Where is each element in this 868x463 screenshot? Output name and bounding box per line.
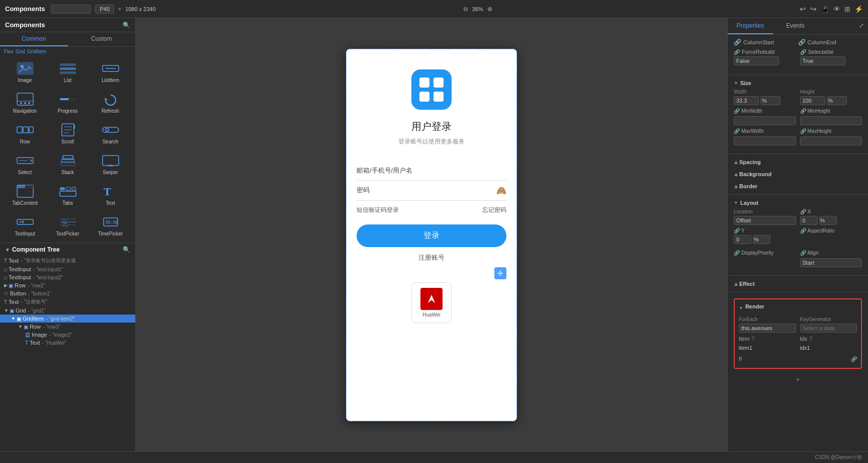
tree-item-griditem2[interactable]: ▼ ▣ GridItem - "grid-item2" (0, 315, 135, 323)
tree-item-button1[interactable]: ⬭ Button - "button1" (0, 289, 135, 297)
selectable-link-icon[interactable]: 🔗 (800, 49, 806, 55)
y-unit-select[interactable]: % px (753, 235, 770, 244)
x-input[interactable] (800, 216, 818, 225)
component-list[interactable]: List (47, 57, 89, 87)
component-stack[interactable]: Stack (47, 149, 89, 179)
sms-login-link[interactable]: 短信验证码登录 (357, 206, 399, 214)
tree-search-icon[interactable]: 🔍 (123, 246, 130, 253)
align-select[interactable]: Start Center End (800, 258, 862, 267)
keygen-input[interactable] (800, 324, 857, 333)
tree-item-text-reg[interactable]: T Text - "注册账号" (0, 297, 135, 306)
maxwidth-link[interactable]: 🔗 (734, 128, 740, 134)
width-unit-select[interactable]: % px (760, 96, 780, 105)
component-textinput[interactable]: TextInput (4, 211, 46, 241)
border-section-header[interactable]: ▶ Border (728, 180, 868, 192)
tab-properties[interactable]: Properties (728, 18, 773, 34)
location-select[interactable]: Offset (734, 216, 796, 225)
device-icon[interactable]: 📱 (821, 5, 829, 13)
tree-item-image2[interactable]: 🖼 Image - "image2" (0, 331, 135, 339)
type-grid[interactable]: Grid (16, 49, 25, 54)
components-search-icon[interactable]: 🔍 (123, 22, 130, 29)
component-swiper[interactable]: Swiper (90, 149, 131, 179)
component-tabcontent[interactable]: TabContent (4, 180, 46, 210)
aspectratio-link[interactable]: 🔗 (800, 228, 806, 234)
tree-item-textinput2[interactable]: □ TextInput - "text-input2" (0, 273, 135, 281)
foreach-input[interactable] (739, 324, 796, 333)
tree-item-grid1[interactable]: ▼ ▣ Grid - "grid1" (0, 306, 135, 315)
component-search[interactable]: Search (90, 119, 131, 148)
component-row[interactable]: Row (4, 119, 46, 148)
item-question-icon[interactable]: ? (751, 336, 754, 342)
register-text[interactable]: 注册账号 (418, 253, 445, 262)
component-progress[interactable]: Progress (47, 88, 89, 118)
password-input-row[interactable]: 密码 🙈 (357, 181, 506, 201)
display-priority-link[interactable]: 🔗 (734, 250, 740, 256)
y-cell: 🔗 Y % px (734, 228, 796, 244)
type-flex[interactable]: Flex (4, 49, 14, 54)
column-end-link-icon[interactable]: 🔗 (798, 39, 806, 46)
component-textpicker[interactable]: MonTueWed TextPicker (47, 211, 89, 241)
maxwidth-select[interactable] (734, 136, 796, 145)
redo-icon[interactable]: ↪ (810, 5, 817, 14)
expand-icon[interactable]: ⊞ (844, 5, 850, 13)
selectable-select[interactable]: True False (800, 56, 845, 65)
minheight-link[interactable]: 🔗 (800, 108, 806, 114)
spacing-section-header[interactable]: ▶ Spacing (728, 156, 868, 168)
column-start-link-icon[interactable]: 🔗 (734, 39, 741, 46)
maxheight-select[interactable] (800, 136, 862, 145)
height-unit-select[interactable]: % px (827, 96, 847, 105)
force-rebuild-link-icon[interactable]: 🔗 (734, 49, 740, 55)
component-text[interactable]: T Text (90, 180, 131, 210)
eye-icon[interactable]: 👁 (833, 5, 840, 13)
huawei-card[interactable]: HuaWei (411, 282, 452, 323)
component-image[interactable]: Image (4, 57, 46, 87)
share-icon[interactable]: ⚡ (854, 5, 863, 13)
component-navigation[interactable]: Navigation (4, 88, 46, 118)
minwidth-link[interactable]: 🔗 (734, 108, 740, 114)
effect-section-header[interactable]: ▶ Effect (728, 278, 868, 290)
width-input[interactable] (734, 96, 759, 105)
x-unit-select[interactable]: % px (819, 216, 837, 225)
forgot-password-link[interactable]: 忘记密码 (482, 206, 506, 214)
force-rebuild-select[interactable]: False True (734, 56, 779, 65)
tree-item-text1[interactable]: T Text - "登录账号以使用更多服 (0, 256, 135, 265)
size-section-header[interactable]: ▼ Size (728, 77, 868, 89)
toolbar-device[interactable]: P40 (95, 5, 114, 14)
component-refresh[interactable]: Refresh (90, 88, 131, 118)
login-button[interactable]: 登录 (357, 224, 506, 247)
tree-item-textinput1[interactable]: □ TextInput - "text-input1" (0, 265, 135, 273)
component-scroll[interactable]: Scroll (47, 119, 89, 148)
tree-item-text-huawei[interactable]: T Text - "HuaWei" (0, 339, 135, 347)
tab-common[interactable]: Common (0, 32, 68, 46)
zoom-in-icon[interactable]: ⊕ (487, 6, 492, 13)
tree-item-row2[interactable]: ▶ ▣ Row - "row2" (0, 281, 135, 289)
type-griditem[interactable]: GridItem (27, 49, 46, 54)
expand-right-icon[interactable]: ⤢ (855, 18, 868, 34)
layout-section-header[interactable]: ▼ Layout (728, 197, 868, 209)
username-input-group[interactable]: 邮箱/手机号/用户名 (357, 161, 506, 181)
tab-custom[interactable]: Custom (68, 32, 136, 46)
toolbar-search[interactable] (51, 5, 91, 14)
component-tabs[interactable]: Tabs (47, 180, 89, 210)
minwidth-select[interactable] (734, 116, 796, 125)
add-float-button[interactable]: ✛ (494, 267, 506, 279)
height-input[interactable] (800, 96, 825, 105)
background-section-header[interactable]: ▶ Background (728, 168, 868, 180)
background-arrow: ▶ (733, 173, 738, 176)
idx-question-icon[interactable]: ? (809, 336, 812, 342)
zoom-out-icon[interactable]: ⊖ (463, 6, 468, 13)
component-listitem[interactable]: ListItem (90, 57, 131, 87)
minheight-select[interactable] (800, 116, 862, 125)
component-select[interactable]: Select (4, 149, 46, 179)
eye-toggle-icon[interactable]: 🙈 (496, 186, 506, 195)
maxheight-link[interactable]: 🔗 (800, 128, 806, 134)
tree-item-row3[interactable]: ▼ ▣ Row - "row3" (0, 323, 135, 331)
undo-icon[interactable]: ↩ (800, 5, 806, 14)
tab-events[interactable]: Events (773, 18, 818, 34)
if-link-icon[interactable]: 🔗 (851, 356, 857, 362)
y-link[interactable]: 🔗 (734, 228, 740, 234)
y-input[interactable] (734, 235, 751, 244)
x-link[interactable]: 🔗 (800, 209, 806, 214)
component-timepicker[interactable]: 00:00 TimePicker (90, 211, 131, 241)
align-link[interactable]: 🔗 (800, 250, 806, 256)
